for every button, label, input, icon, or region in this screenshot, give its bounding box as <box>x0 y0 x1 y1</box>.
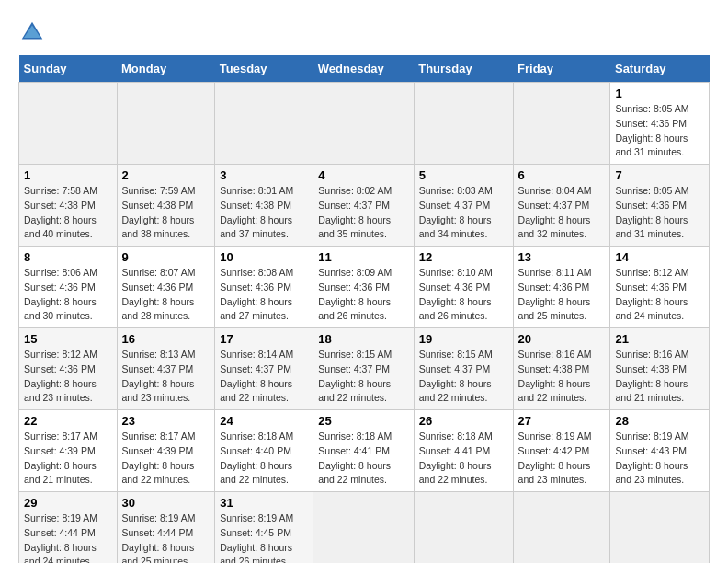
day-number: 5 <box>419 168 508 182</box>
day-info: Sunrise: 8:12 AMSunset: 4:36 PMDaylight:… <box>24 349 97 403</box>
day-cell <box>215 83 313 165</box>
day-info: Sunrise: 8:14 AMSunset: 4:37 PMDaylight:… <box>220 349 293 403</box>
day-number: 4 <box>318 168 408 182</box>
day-cell: 9 Sunrise: 8:07 AMSunset: 4:36 PMDayligh… <box>117 247 215 328</box>
week-row-2: 1 Sunrise: 7:58 AMSunset: 4:38 PMDayligh… <box>19 165 710 247</box>
day-cell <box>414 492 513 564</box>
day-cell: 24 Sunrise: 8:18 AMSunset: 4:40 PMDaylig… <box>215 410 313 492</box>
day-number: 17 <box>220 332 308 346</box>
week-row-5: 22 Sunrise: 8:17 AMSunset: 4:39 PMDaylig… <box>19 410 710 492</box>
day-header-sunday: Sunday <box>19 55 118 83</box>
day-info: Sunrise: 7:59 AMSunset: 4:38 PMDaylight:… <box>122 185 196 239</box>
day-info: Sunrise: 8:19 AMSunset: 4:44 PMDaylight:… <box>24 512 97 563</box>
week-row-6: 29 Sunrise: 8:19 AMSunset: 4:44 PMDaylig… <box>19 492 710 564</box>
day-info: Sunrise: 8:19 AMSunset: 4:42 PMDaylight:… <box>518 431 592 485</box>
header-row: SundayMondayTuesdayWednesdayThursdayFrid… <box>19 55 710 83</box>
day-number: 18 <box>318 332 408 346</box>
day-cell: 27 Sunrise: 8:19 AMSunset: 4:42 PMDaylig… <box>513 410 610 492</box>
week-row-1: 1 Sunrise: 8:05 AMSunset: 4:36 PMDayligh… <box>19 83 710 165</box>
day-cell: 19 Sunrise: 8:15 AMSunset: 4:37 PMDaylig… <box>414 328 513 410</box>
day-number: 2 <box>122 168 210 182</box>
day-cell: 15 Sunrise: 8:12 AMSunset: 4:36 PMDaylig… <box>19 328 118 410</box>
day-info: Sunrise: 8:19 AMSunset: 4:45 PMDaylight:… <box>220 512 293 563</box>
day-info: Sunrise: 8:13 AMSunset: 4:37 PMDaylight:… <box>122 349 196 403</box>
day-header-friday: Friday <box>513 55 610 83</box>
day-cell: 4 Sunrise: 8:02 AMSunset: 4:37 PMDayligh… <box>313 165 414 247</box>
day-info: Sunrise: 8:18 AMSunset: 4:40 PMDaylight:… <box>220 431 293 485</box>
day-header-saturday: Saturday <box>610 55 710 83</box>
day-info: Sunrise: 7:58 AMSunset: 4:38 PMDaylight:… <box>24 185 97 239</box>
day-info: Sunrise: 8:18 AMSunset: 4:41 PMDaylight:… <box>318 431 392 485</box>
day-number: 10 <box>220 250 308 264</box>
day-cell: 30 Sunrise: 8:19 AMSunset: 4:44 PMDaylig… <box>117 492 215 564</box>
day-cell: 28 Sunrise: 8:19 AMSunset: 4:43 PMDaylig… <box>610 410 710 492</box>
day-number: 25 <box>318 414 408 428</box>
day-number: 24 <box>220 414 308 428</box>
day-cell <box>313 492 414 564</box>
day-number: 19 <box>419 332 508 346</box>
day-info: Sunrise: 8:07 AMSunset: 4:36 PMDaylight:… <box>122 267 196 321</box>
day-info: Sunrise: 8:17 AMSunset: 4:39 PMDaylight:… <box>24 431 97 485</box>
day-info: Sunrise: 8:06 AMSunset: 4:36 PMDaylight:… <box>24 267 97 321</box>
logo <box>18 18 50 46</box>
day-cell <box>513 83 610 165</box>
day-info: Sunrise: 8:18 AMSunset: 4:41 PMDaylight:… <box>419 431 493 485</box>
day-cell: 6 Sunrise: 8:04 AMSunset: 4:37 PMDayligh… <box>513 165 610 247</box>
day-cell: 22 Sunrise: 8:17 AMSunset: 4:39 PMDaylig… <box>19 410 118 492</box>
day-number: 6 <box>518 168 606 182</box>
day-number: 30 <box>122 496 210 510</box>
day-cell <box>513 492 610 564</box>
day-cell <box>117 83 215 165</box>
day-number: 26 <box>419 414 508 428</box>
day-info: Sunrise: 8:05 AMSunset: 4:36 PMDaylight:… <box>615 185 688 239</box>
day-header-wednesday: Wednesday <box>313 55 414 83</box>
day-cell: 17 Sunrise: 8:14 AMSunset: 4:37 PMDaylig… <box>215 328 313 410</box>
day-cell: 1 Sunrise: 7:58 AMSunset: 4:38 PMDayligh… <box>19 165 118 247</box>
day-cell: 11 Sunrise: 8:09 AMSunset: 4:36 PMDaylig… <box>313 247 414 328</box>
day-cell: 13 Sunrise: 8:11 AMSunset: 4:36 PMDaylig… <box>513 247 610 328</box>
day-cell: 20 Sunrise: 8:16 AMSunset: 4:38 PMDaylig… <box>513 328 610 410</box>
day-number: 1 <box>615 86 704 100</box>
day-info: Sunrise: 8:15 AMSunset: 4:37 PMDaylight:… <box>419 349 493 403</box>
day-number: 8 <box>24 250 112 264</box>
day-cell: 18 Sunrise: 8:15 AMSunset: 4:37 PMDaylig… <box>313 328 414 410</box>
day-info: Sunrise: 8:19 AMSunset: 4:43 PMDaylight:… <box>615 431 688 485</box>
day-cell: 26 Sunrise: 8:18 AMSunset: 4:41 PMDaylig… <box>414 410 513 492</box>
day-info: Sunrise: 8:05 AMSunset: 4:36 PMDaylight:… <box>615 103 688 157</box>
calendar-table: SundayMondayTuesdayWednesdayThursdayFrid… <box>18 55 710 563</box>
day-cell: 10 Sunrise: 8:08 AMSunset: 4:36 PMDaylig… <box>215 247 313 328</box>
day-cell: 21 Sunrise: 8:16 AMSunset: 4:38 PMDaylig… <box>610 328 710 410</box>
day-info: Sunrise: 8:03 AMSunset: 4:37 PMDaylight:… <box>419 185 493 239</box>
week-row-3: 8 Sunrise: 8:06 AMSunset: 4:36 PMDayligh… <box>19 247 710 328</box>
day-info: Sunrise: 8:19 AMSunset: 4:44 PMDaylight:… <box>122 512 196 563</box>
day-info: Sunrise: 8:16 AMSunset: 4:38 PMDaylight:… <box>518 349 592 403</box>
day-info: Sunrise: 8:08 AMSunset: 4:36 PMDaylight:… <box>220 267 293 321</box>
day-number: 29 <box>24 496 112 510</box>
day-number: 27 <box>518 414 606 428</box>
day-cell <box>610 492 710 564</box>
day-number: 14 <box>615 250 704 264</box>
day-info: Sunrise: 8:16 AMSunset: 4:38 PMDaylight:… <box>615 349 688 403</box>
day-number: 12 <box>419 250 508 264</box>
day-info: Sunrise: 8:01 AMSunset: 4:38 PMDaylight:… <box>220 185 293 239</box>
day-number: 11 <box>318 250 408 264</box>
day-number: 23 <box>122 414 210 428</box>
day-cell: 12 Sunrise: 8:10 AMSunset: 4:36 PMDaylig… <box>414 247 513 328</box>
day-info: Sunrise: 8:09 AMSunset: 4:36 PMDaylight:… <box>318 267 392 321</box>
day-number: 15 <box>24 332 112 346</box>
day-info: Sunrise: 8:17 AMSunset: 4:39 PMDaylight:… <box>122 431 196 485</box>
day-header-monday: Monday <box>117 55 215 83</box>
logo-icon <box>18 18 46 46</box>
day-cell: 5 Sunrise: 8:03 AMSunset: 4:37 PMDayligh… <box>414 165 513 247</box>
day-header-thursday: Thursday <box>414 55 513 83</box>
day-cell: 3 Sunrise: 8:01 AMSunset: 4:38 PMDayligh… <box>215 165 313 247</box>
day-number: 9 <box>122 250 210 264</box>
day-number: 31 <box>220 496 308 510</box>
day-cell: 14 Sunrise: 8:12 AMSunset: 4:36 PMDaylig… <box>610 247 710 328</box>
day-number: 16 <box>122 332 210 346</box>
day-cell: 2 Sunrise: 7:59 AMSunset: 4:38 PMDayligh… <box>117 165 215 247</box>
page-header <box>18 18 710 46</box>
day-number: 13 <box>518 250 606 264</box>
day-cell: 31 Sunrise: 8:19 AMSunset: 4:45 PMDaylig… <box>215 492 313 564</box>
day-info: Sunrise: 8:15 AMSunset: 4:37 PMDaylight:… <box>318 349 392 403</box>
